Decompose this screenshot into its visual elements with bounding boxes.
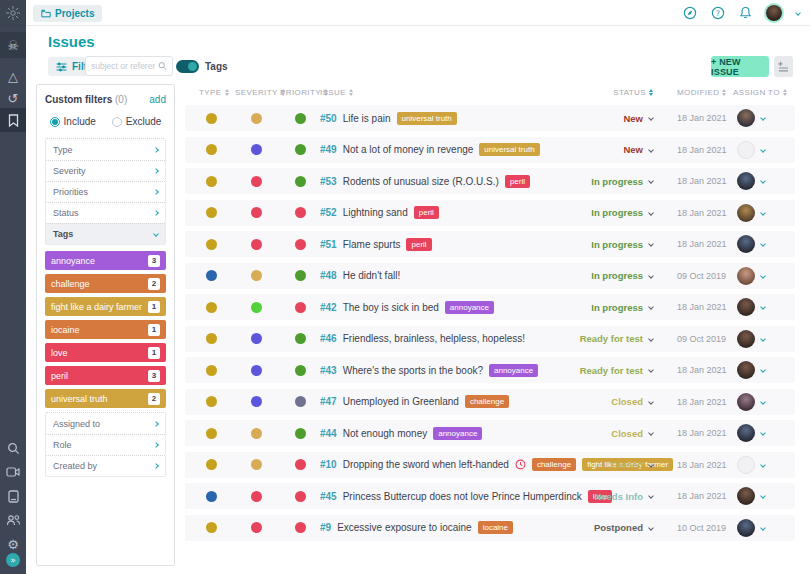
filter-category-row[interactable]: Severity [46, 160, 165, 181]
chevron-down-icon[interactable] [760, 115, 766, 121]
tag-filter-item[interactable]: universal truth2 [45, 389, 166, 408]
issue-ref[interactable]: #51 [320, 239, 337, 250]
tag-filter-item[interactable]: fight like a dairy farmer1 [45, 297, 166, 316]
issue-title[interactable]: Unemployed in Greenland [343, 396, 459, 407]
issue-ref[interactable]: #49 [320, 144, 337, 155]
issue-row[interactable]: #45Princess Buttercup does not love Prin… [185, 483, 795, 509]
chevron-down-icon[interactable] [760, 462, 766, 468]
column-header-status[interactable]: STATUS [575, 88, 653, 97]
chevron-down-icon[interactable] [648, 210, 654, 216]
issue-row[interactable]: #53Rodents of unusual size (R.O.U.S.)per… [185, 168, 795, 194]
issue-ref[interactable]: #52 [320, 207, 337, 218]
issue-ref[interactable]: #44 [320, 428, 337, 439]
issue-ref[interactable]: #50 [320, 113, 337, 124]
chevron-down-icon[interactable] [760, 241, 766, 247]
chevron-down-icon[interactable] [648, 115, 654, 121]
issue-title[interactable]: Rodents of unusual size (R.O.U.S.) [343, 176, 499, 187]
column-header-issue[interactable]: ISSUE [320, 88, 353, 97]
chevron-down-icon[interactable] [648, 493, 654, 499]
include-radio[interactable]: Include [50, 116, 96, 127]
assignee-avatar[interactable] [737, 519, 755, 537]
chevron-down-icon[interactable] [760, 273, 766, 279]
sidebar-item-team[interactable] [0, 508, 26, 532]
tag-filter-item[interactable]: love1 [45, 343, 166, 362]
bulk-add-button[interactable] [774, 56, 793, 77]
issue-title[interactable]: Where's the sports in the book? [343, 365, 483, 376]
column-header-assign-to[interactable]: ASSIGN TO [733, 88, 787, 97]
projects-button[interactable]: Projects [33, 5, 102, 22]
status-label[interactable]: New [623, 113, 643, 124]
assignee-avatar[interactable] [737, 267, 755, 285]
chevron-down-icon[interactable] [760, 304, 766, 310]
sidebar-item-search[interactable] [0, 436, 26, 460]
issue-row[interactable]: #49Not a lot of money in revengeuniversa… [185, 137, 795, 163]
issue-title[interactable]: Lightning sand [343, 207, 408, 218]
tag-filter-item[interactable]: annoyance3 [45, 251, 166, 270]
status-label[interactable]: Closed [611, 428, 643, 439]
filter-category-row[interactable]: Role [46, 434, 165, 455]
sidebar-collapse-button[interactable]: » [6, 553, 20, 567]
chevron-down-icon[interactable] [648, 178, 654, 184]
assignee-avatar[interactable] [737, 361, 755, 379]
new-issue-button[interactable]: + NEW ISSUE [711, 56, 769, 77]
issue-title[interactable]: Dropping the sword when left-handed [343, 459, 509, 470]
user-avatar[interactable] [766, 5, 782, 21]
chevron-down-icon[interactable] [760, 399, 766, 405]
chevron-down-icon[interactable] [648, 304, 654, 310]
status-label[interactable]: In progress [591, 302, 643, 313]
sidebar-item-backlog[interactable]: △ [0, 64, 26, 88]
chevron-down-icon[interactable] [648, 525, 654, 531]
assignee-avatar[interactable] [737, 235, 755, 253]
issue-ref[interactable]: #42 [320, 302, 337, 313]
column-header-type[interactable]: TYPE [199, 88, 229, 97]
assignee-avatar[interactable] [737, 109, 755, 127]
issue-row[interactable]: #48He didn't fall!In progress09 Oct 2019 [185, 263, 795, 289]
chevron-down-icon[interactable] [648, 336, 654, 342]
filter-category-row[interactable]: Priorities [46, 181, 165, 202]
status-label[interactable]: In progress [591, 239, 643, 250]
issue-ref[interactable]: #9 [320, 522, 331, 533]
filter-category-row[interactable]: Type [46, 139, 165, 160]
chevron-down-icon[interactable] [760, 525, 766, 531]
chevron-down-icon[interactable] [648, 367, 654, 373]
chevron-down-icon[interactable] [760, 210, 766, 216]
issue-title[interactable]: Friendless, brainless, helpless, hopeles… [343, 333, 525, 344]
chevron-down-icon[interactable] [760, 367, 766, 373]
issue-row[interactable]: #46Friendless, brainless, helpless, hope… [185, 326, 795, 352]
search-input[interactable] [91, 61, 155, 71]
issue-row[interactable]: #42The boy is sick in bedannoyanceIn pro… [185, 294, 795, 320]
issue-ref[interactable]: #43 [320, 365, 337, 376]
filter-category-row[interactable]: Assigned to [46, 413, 165, 434]
tag-filter-item[interactable]: peril3 [45, 366, 166, 385]
column-header-severity[interactable]: SEVERITY [235, 88, 285, 97]
sidebar-item-meetup[interactable] [0, 460, 26, 484]
issue-title[interactable]: Not a lot of money in revenge [343, 144, 474, 155]
assignee-avatar[interactable] [737, 298, 755, 316]
issue-row[interactable]: #51Flame spurtsperilIn progress18 Jan 20… [185, 231, 795, 257]
chevron-down-icon[interactable] [648, 399, 654, 405]
chevron-down-icon[interactable] [648, 147, 654, 153]
filter-category-row[interactable]: Status [46, 202, 165, 223]
issue-ref[interactable]: #10 [320, 459, 337, 470]
status-label[interactable]: Postponed [594, 522, 643, 533]
sidebar-item-sprint[interactable]: ↺ [0, 86, 26, 110]
issue-row[interactable]: #43Where's the sports in the book?annoya… [185, 357, 795, 383]
issue-ref[interactable]: #48 [320, 270, 337, 281]
issue-title[interactable]: Not enough money [343, 428, 428, 439]
status-label[interactable]: In progress [591, 176, 643, 187]
status-label[interactable]: Closed [611, 396, 643, 407]
issue-ref[interactable]: #46 [320, 333, 337, 344]
status-label[interactable]: New [623, 144, 643, 155]
status-label[interactable]: Ready for test [580, 365, 643, 376]
chevron-down-icon[interactable] [760, 336, 766, 342]
assignee-avatar[interactable] [737, 172, 755, 190]
assignee-avatar[interactable] [737, 204, 755, 222]
assignee-avatar[interactable] [737, 487, 755, 505]
filter-category-row[interactable]: Created by [46, 455, 165, 476]
chevron-down-icon[interactable] [648, 241, 654, 247]
project-logo-icon[interactable]: ☠ [0, 32, 26, 58]
issue-row[interactable]: #9Excessive exposure to iocaineiocainePo… [185, 515, 795, 541]
unassigned-avatar[interactable] [737, 141, 755, 159]
issue-title[interactable]: Princess Buttercup does not love Prince … [343, 491, 582, 502]
issue-title[interactable]: Life is pain [343, 113, 391, 124]
